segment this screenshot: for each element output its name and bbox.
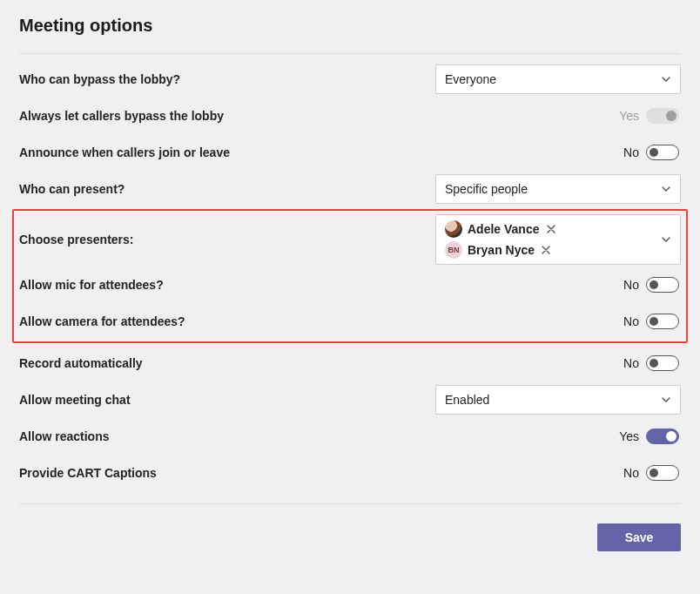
row-allow-camera: Allow camera for attendees? No bbox=[19, 303, 681, 340]
presenter-chip: Adele Vance bbox=[445, 220, 661, 238]
remove-presenter-icon[interactable] bbox=[545, 223, 557, 235]
row-allow-reactions: Allow reactions Yes bbox=[19, 418, 681, 455]
avatar bbox=[445, 220, 462, 238]
row-callers-bypass: Always let callers bypass the lobby Yes bbox=[19, 98, 681, 134]
row-announce-callers: Announce when callers join or leave No bbox=[19, 134, 681, 171]
remove-presenter-icon[interactable] bbox=[540, 244, 552, 256]
label-allow-mic: Allow mic for attendees? bbox=[19, 278, 164, 292]
highlight-box: Choose presenters: Adele Vance BN Bryan … bbox=[12, 209, 688, 343]
toggle-allow-mic-value: No bbox=[623, 278, 639, 292]
presenter-list: Adele Vance BN Bryan Nyce bbox=[445, 220, 661, 259]
footer: Save bbox=[19, 523, 681, 551]
presenter-chip: BN Bryan Nyce bbox=[445, 241, 661, 259]
row-cart-captions: Provide CART Captions No bbox=[19, 455, 681, 491]
toggle-callers-bypass bbox=[646, 108, 679, 124]
label-allow-camera: Allow camera for attendees? bbox=[19, 314, 185, 328]
page-title: Meeting options bbox=[19, 16, 681, 36]
label-announce-callers: Announce when callers join or leave bbox=[19, 145, 230, 159]
row-bypass-lobby: Who can bypass the lobby? Everyone bbox=[19, 61, 681, 98]
label-record-auto: Record automatically bbox=[19, 356, 143, 370]
save-button[interactable]: Save bbox=[597, 523, 681, 551]
toggle-record-auto[interactable] bbox=[646, 355, 679, 371]
toggle-allow-reactions[interactable] bbox=[646, 429, 679, 444]
label-choose-presenters: Choose presenters: bbox=[19, 233, 133, 246]
label-allow-reactions: Allow reactions bbox=[19, 429, 109, 443]
label-meeting-chat: Allow meeting chat bbox=[19, 393, 131, 407]
toggle-allow-camera-value: No bbox=[623, 314, 639, 328]
select-bypass-lobby-value: Everyone bbox=[445, 72, 496, 86]
select-who-can-present-value: Specific people bbox=[445, 182, 528, 196]
select-meeting-chat[interactable]: Enabled bbox=[435, 385, 681, 415]
row-choose-presenters: Choose presenters: Adele Vance BN Bryan … bbox=[19, 213, 681, 267]
presenter-name: Bryan Nyce bbox=[468, 243, 535, 257]
select-choose-presenters[interactable]: Adele Vance BN Bryan Nyce bbox=[435, 214, 681, 265]
row-who-can-present: Who can present? Specific people bbox=[19, 171, 681, 207]
select-meeting-chat-value: Enabled bbox=[445, 393, 489, 407]
label-cart-captions: Provide CART Captions bbox=[19, 466, 157, 480]
toggle-allow-reactions-value: Yes bbox=[619, 429, 639, 443]
toggle-allow-camera[interactable] bbox=[646, 314, 679, 329]
divider-top bbox=[19, 53, 681, 54]
toggle-allow-mic[interactable] bbox=[646, 277, 679, 293]
label-bypass-lobby: Who can bypass the lobby? bbox=[19, 72, 180, 86]
select-bypass-lobby[interactable]: Everyone bbox=[435, 64, 681, 94]
chevron-down-icon bbox=[661, 234, 671, 245]
select-who-can-present[interactable]: Specific people bbox=[435, 174, 681, 204]
label-callers-bypass: Always let callers bypass the lobby bbox=[19, 109, 224, 123]
toggle-announce-callers-value: No bbox=[623, 145, 639, 159]
toggle-cart-captions-value: No bbox=[623, 466, 639, 480]
row-record-auto: Record automatically No bbox=[19, 345, 681, 381]
chevron-down-icon bbox=[661, 395, 671, 405]
label-who-can-present: Who can present? bbox=[19, 182, 125, 196]
toggle-announce-callers[interactable] bbox=[646, 145, 679, 160]
avatar: BN bbox=[445, 241, 462, 259]
divider-bottom bbox=[19, 503, 681, 504]
row-meeting-chat: Allow meeting chat Enabled bbox=[19, 381, 681, 418]
chevron-down-icon bbox=[661, 184, 671, 194]
presenter-name: Adele Vance bbox=[468, 222, 540, 236]
toggle-callers-bypass-value: Yes bbox=[619, 109, 639, 123]
toggle-record-auto-value: No bbox=[623, 356, 639, 370]
toggle-cart-captions[interactable] bbox=[646, 465, 679, 481]
chevron-down-icon bbox=[661, 74, 671, 84]
row-allow-mic: Allow mic for attendees? No bbox=[19, 267, 681, 303]
